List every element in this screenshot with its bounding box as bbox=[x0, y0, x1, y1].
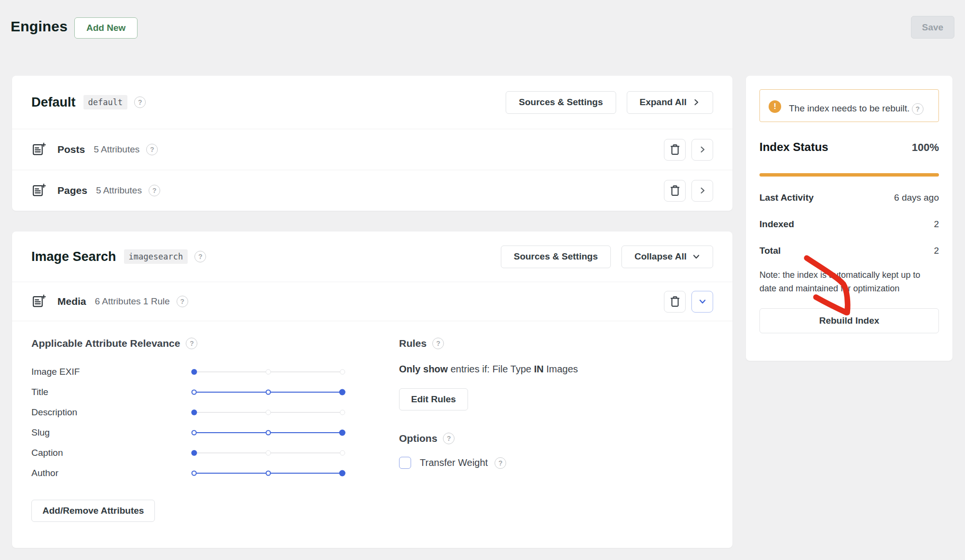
attribute-slider-row: Image EXIF bbox=[31, 362, 369, 382]
top-bar: Engines Add New Save bbox=[0, 0, 965, 53]
chevron-right-icon bbox=[699, 146, 706, 153]
relevance-slider[interactable] bbox=[193, 428, 344, 437]
image-engine-header: Image Search imagesearch ? Sources & Set… bbox=[12, 232, 732, 282]
attribute-label: Description bbox=[31, 407, 193, 418]
slider-stop-min[interactable] bbox=[192, 430, 197, 436]
page-title: Engines bbox=[11, 18, 68, 35]
save-button: Save bbox=[911, 16, 954, 39]
attributes-section-heading: Applicable Attribute Relevance ? bbox=[31, 338, 369, 349]
slider-stop-mid[interactable] bbox=[266, 451, 271, 456]
expand-source-button[interactable] bbox=[691, 139, 713, 161]
rebuild-index-button[interactable]: Rebuild Index bbox=[759, 308, 939, 333]
help-icon[interactable]: ? bbox=[146, 144, 158, 155]
slider-stop-mid[interactable] bbox=[266, 390, 271, 395]
document-add-icon bbox=[31, 142, 46, 157]
chevron-right-icon bbox=[692, 98, 700, 106]
attribute-label: Image EXIF bbox=[31, 367, 193, 377]
help-icon[interactable]: ? bbox=[177, 296, 188, 307]
source-row-media: Media 6 Attributes 1 Rule ? bbox=[12, 282, 732, 321]
slider-stop-min[interactable] bbox=[191, 410, 197, 415]
slider-stop-mid[interactable] bbox=[266, 471, 271, 476]
help-icon[interactable]: ? bbox=[495, 457, 506, 469]
relevance-slider[interactable] bbox=[193, 448, 344, 458]
slider-stop-max[interactable] bbox=[340, 410, 345, 415]
source-meta: 5 Attributes bbox=[94, 144, 139, 155]
slider-stop-min[interactable] bbox=[192, 390, 197, 395]
warning-icon: ! bbox=[769, 100, 781, 113]
expand-source-button[interactable] bbox=[691, 180, 713, 202]
add-remove-attributes-button[interactable]: Add/Remove Attributes bbox=[31, 500, 155, 522]
slider-stop-max[interactable] bbox=[339, 430, 345, 436]
source-name: Posts bbox=[57, 144, 85, 155]
chevron-down-icon bbox=[692, 253, 700, 260]
rules-section-heading: Rules ? bbox=[399, 338, 713, 349]
relevance-slider[interactable] bbox=[193, 387, 344, 397]
delete-source-button[interactable] bbox=[664, 180, 686, 202]
slider-stop-min[interactable] bbox=[191, 450, 197, 456]
slider-stop-mid[interactable] bbox=[266, 410, 271, 415]
attribute-label: Title bbox=[31, 387, 193, 397]
engine-slug-badge: default bbox=[83, 95, 128, 109]
collapse-source-button[interactable] bbox=[691, 291, 713, 313]
collapse-all-button[interactable]: Collapse All bbox=[621, 246, 713, 268]
edit-rules-button[interactable]: Edit Rules bbox=[399, 388, 468, 410]
sources-settings-button[interactable]: Sources & Settings bbox=[501, 246, 611, 268]
relevance-slider[interactable] bbox=[193, 408, 344, 417]
slider-stop-mid[interactable] bbox=[266, 430, 271, 436]
attribute-slider-row: Slug bbox=[31, 423, 369, 443]
slider-stop-min[interactable] bbox=[192, 471, 197, 476]
attribute-slider-row: Title bbox=[31, 382, 369, 402]
options-section-heading: Options ? bbox=[399, 433, 713, 444]
index-status-row: Index Status 100% bbox=[759, 140, 939, 154]
source-name: Pages bbox=[57, 185, 87, 196]
source-meta: 5 Attributes bbox=[96, 185, 142, 196]
slider-stop-mid[interactable] bbox=[266, 369, 271, 375]
relevance-slider[interactable] bbox=[193, 367, 344, 377]
attribute-label: Author bbox=[31, 468, 193, 478]
attribute-label: Slug bbox=[31, 427, 193, 438]
attribute-slider-row: Description bbox=[31, 402, 369, 423]
help-icon[interactable]: ? bbox=[432, 338, 444, 349]
index-note: Note: the index is automatically kept up… bbox=[759, 269, 939, 296]
document-add-icon bbox=[31, 183, 46, 198]
slider-stop-max[interactable] bbox=[339, 389, 345, 396]
stat-row-total: Total 2 bbox=[759, 246, 939, 256]
help-icon[interactable]: ? bbox=[194, 251, 206, 262]
add-new-button[interactable]: Add New bbox=[74, 17, 138, 39]
source-meta: 6 Attributes 1 Rule bbox=[95, 296, 170, 307]
slider-stop-max[interactable] bbox=[340, 451, 345, 456]
image-search-engine-card: Image Search imagesearch ? Sources & Set… bbox=[12, 232, 732, 548]
transfer-weight-label: Transfer Weight bbox=[420, 457, 488, 468]
slider-stop-min[interactable] bbox=[191, 369, 197, 375]
delete-source-button[interactable] bbox=[664, 291, 686, 313]
attribute-label: Caption bbox=[31, 448, 193, 458]
rule-summary: Only show entries if: File Type IN Image… bbox=[399, 364, 713, 375]
stat-row-indexed: Indexed 2 bbox=[759, 219, 939, 230]
transfer-weight-checkbox[interactable] bbox=[399, 457, 411, 469]
help-icon[interactable]: ? bbox=[134, 96, 146, 108]
default-engine-card: Default default ? Sources & Settings Exp… bbox=[12, 76, 732, 211]
relevance-slider[interactable] bbox=[193, 468, 344, 478]
slider-stop-max[interactable] bbox=[340, 369, 345, 375]
help-icon[interactable]: ? bbox=[186, 338, 197, 349]
delete-source-button[interactable] bbox=[664, 139, 686, 161]
sources-settings-button[interactable]: Sources & Settings bbox=[506, 91, 616, 114]
help-icon[interactable]: ? bbox=[443, 433, 455, 444]
index-status-label: Index Status bbox=[759, 140, 828, 154]
chevron-down-icon bbox=[699, 298, 706, 305]
media-expanded-panel: Applicable Attribute Relevance ? Image E… bbox=[12, 321, 732, 522]
chevron-right-icon bbox=[699, 187, 706, 194]
help-icon[interactable]: ? bbox=[912, 103, 924, 115]
index-progress-bar bbox=[759, 173, 939, 177]
index-warning-box: ! The index needs to be rebuilt. ? bbox=[759, 89, 939, 122]
help-icon[interactable]: ? bbox=[149, 185, 160, 196]
engine-slug-badge: imagesearch bbox=[124, 249, 188, 264]
default-engine-header: Default default ? Sources & Settings Exp… bbox=[12, 76, 732, 129]
slider-stop-max[interactable] bbox=[339, 470, 345, 477]
expand-all-button[interactable]: Expand All bbox=[627, 91, 713, 114]
stat-row-last-activity: Last Activity 6 days ago bbox=[759, 192, 939, 203]
attribute-slider-row: Caption bbox=[31, 443, 369, 463]
engine-title: Image Search bbox=[31, 249, 116, 264]
warning-text: The index needs to be rebuilt. bbox=[789, 103, 910, 113]
engine-title: Default bbox=[31, 95, 76, 110]
